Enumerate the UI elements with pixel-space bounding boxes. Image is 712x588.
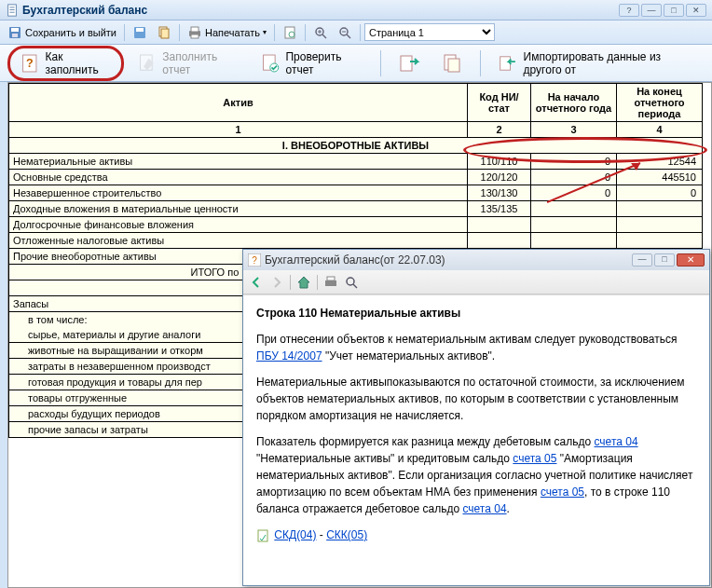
forward-icon[interactable] [269, 275, 284, 290]
fill-report-button[interactable]: Заполнить отчет [130, 47, 247, 80]
maximize-button[interactable]: □ [664, 4, 684, 17]
svg-line-17 [322, 34, 326, 38]
svg-rect-2 [9, 9, 14, 10]
doc-icon [256, 529, 269, 542]
svg-point-38 [347, 278, 354, 285]
table-row[interactable]: Нематериальные активы 110/110 0 12544 [9, 154, 703, 170]
back-icon[interactable] [249, 275, 264, 290]
svg-rect-28 [401, 56, 412, 71]
zoom-out-icon [337, 25, 352, 40]
popup-title: Бухгалтерский баланс(от 22.07.03) [265, 253, 630, 267]
close-button[interactable]: ✕ [686, 4, 706, 17]
link-account-04[interactable]: счета 04 [595, 435, 638, 448]
link-account-05[interactable]: счета 05 [513, 452, 556, 465]
check-report-label: Проверить отчет [285, 50, 363, 76]
copy-icon [157, 25, 171, 40]
import-button[interactable]: Импортировать данные из другого от [490, 47, 705, 80]
document-icon [6, 4, 19, 17]
save-button[interactable] [129, 23, 151, 42]
home-icon[interactable] [296, 275, 311, 290]
find-icon[interactable] [344, 275, 359, 290]
attach-icon [441, 52, 463, 75]
fill-report-label: Заполнить отчет [162, 50, 240, 76]
subheader-4: 4 [617, 122, 703, 138]
help-popup: ? Бухгалтерский баланс(от 22.07.03) — □ … [242, 249, 710, 586]
link-skk05[interactable]: СКК(05) [326, 528, 367, 541]
zoom-in-button[interactable] [309, 23, 332, 42]
header-asset: Актив [9, 84, 468, 122]
copy-button[interactable] [153, 23, 175, 42]
link-skd04[interactable]: СКД(04) [274, 528, 316, 541]
import-icon [498, 52, 518, 75]
svg-rect-30 [448, 59, 459, 72]
zoom-out-button[interactable] [334, 23, 356, 42]
popup-toolbar [243, 270, 709, 294]
svg-rect-3 [9, 11, 14, 12]
svg-rect-1 [9, 7, 14, 7]
check-doc-icon [260, 52, 281, 75]
svg-rect-31 [500, 56, 511, 69]
popup-minimize-button[interactable]: — [632, 253, 652, 267]
formula-row: СКД(04) - СКК(05) [256, 526, 696, 543]
main-title-bar: Бухгалтерский баланс ? — □ ✕ [0, 0, 712, 21]
subheader-3: 3 [531, 122, 617, 138]
preview-icon [282, 25, 297, 40]
table-row[interactable]: Отложенные налоговые активы [9, 233, 703, 249]
header-end: На конец отчетного периода [617, 84, 703, 122]
help-icon: ? [248, 253, 261, 267]
pencil-doc-icon [137, 52, 157, 75]
minimize-button[interactable]: — [641, 4, 662, 17]
toolbar-main: Сохранить и выйти Напечатать ▾ Страница … [0, 21, 712, 45]
svg-rect-8 [136, 28, 144, 32]
svg-rect-10 [161, 29, 169, 38]
header-code: Код НИ/стат [468, 84, 531, 122]
export-icon [398, 52, 420, 75]
subheader-2: 2 [468, 122, 531, 138]
svg-text:?: ? [252, 255, 257, 266]
table-row[interactable]: Долгосрочные финансовые вложения [9, 217, 703, 233]
how-fill-button[interactable]: ? Как заполнить [7, 46, 124, 81]
svg-rect-13 [191, 34, 199, 38]
page-selector[interactable]: Страница 1 [364, 23, 495, 41]
table-row[interactable]: Незавершенное строительство 130/130 0 0 [9, 185, 703, 201]
link-account-04[interactable]: счета 04 [462, 502, 506, 515]
svg-text:?: ? [26, 56, 34, 69]
svg-rect-6 [12, 34, 18, 37]
svg-rect-36 [325, 280, 336, 286]
toolbar-actions: ? Как заполнить Заполнить отчет Проверит… [0, 45, 712, 82]
svg-line-39 [353, 284, 357, 288]
header-start: На начало отчетного года [531, 84, 617, 122]
diskette-icon [132, 25, 147, 40]
export-button[interactable] [390, 48, 428, 78]
link-pbu[interactable]: ПБУ 14/2007 [256, 349, 322, 362]
svg-rect-12 [191, 27, 199, 32]
print-button[interactable]: Напечатать ▾ [184, 23, 270, 42]
subheader-1: 1 [9, 122, 468, 138]
print-dropdown-icon: ▾ [263, 28, 267, 36]
svg-rect-37 [327, 277, 335, 280]
attach-button[interactable] [433, 48, 471, 78]
svg-rect-5 [11, 28, 19, 32]
popup-content: Строка 110 Нематериальные активы При отн… [243, 294, 709, 585]
svg-line-21 [347, 34, 350, 38]
window-title: Бухгалтерский баланс [22, 4, 619, 17]
printer-icon [187, 25, 202, 40]
print-icon[interactable] [323, 275, 338, 290]
print-label: Напечатать [205, 27, 260, 38]
table-row[interactable]: Доходные вложения в материальные ценност… [9, 201, 703, 217]
table-row[interactable]: Основные средства 120/120 0 445510 [9, 170, 703, 185]
section-1-header: I. ВНЕОБОРОТНЫЕ АКТИВЫ [9, 138, 703, 154]
popup-close-button[interactable]: ✕ [677, 253, 705, 267]
help-doc-icon: ? [20, 52, 40, 75]
popup-maximize-button[interactable]: □ [654, 253, 675, 267]
preview-button[interactable] [279, 23, 301, 42]
how-fill-label: Как заполнить [46, 50, 112, 76]
save-exit-button[interactable]: Сохранить и выйти [4, 23, 120, 42]
popup-heading: Строка 110 Нематериальные активы [256, 305, 696, 321]
save-exit-label: Сохранить и выйти [25, 27, 116, 38]
zoom-in-icon [313, 25, 328, 40]
link-account-05[interactable]: счета 05 [541, 485, 584, 499]
save-icon [7, 25, 22, 40]
check-report-button[interactable]: Проверить отчет [253, 47, 371, 80]
help-button[interactable]: ? [619, 4, 639, 17]
